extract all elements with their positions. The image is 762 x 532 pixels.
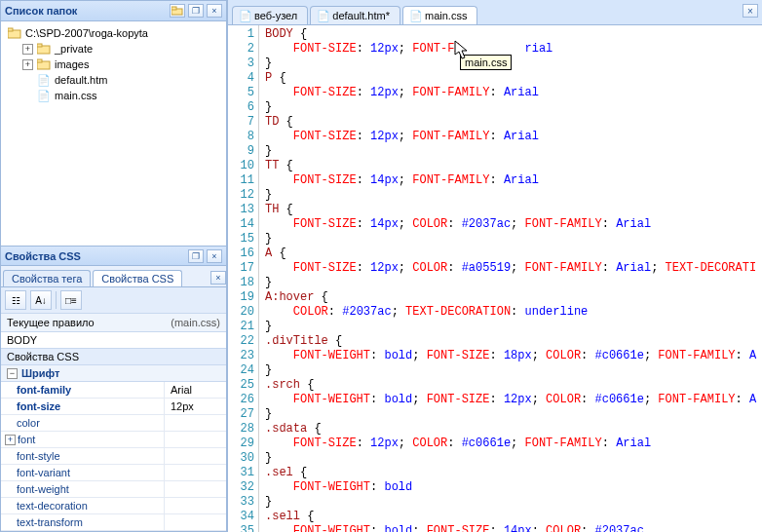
css-pane-icon[interactable]: ❐	[188, 249, 204, 263]
property-row[interactable]: font-weight	[1, 481, 226, 498]
css-properties-panel: Свойства CSS ❐ × Свойства тега Свойства …	[0, 246, 227, 532]
tb-categorized-icon[interactable]: ☷	[5, 290, 26, 310]
tree-item[interactable]: 📄main.css	[3, 88, 224, 103]
property-row[interactable]: +font	[1, 432, 226, 448]
editor-tab[interactable]: 📄веб-узел	[232, 6, 308, 24]
svg-rect-5	[37, 44, 42, 47]
css-section-row: Свойства CSS	[1, 349, 226, 365]
file-icon: 📄	[409, 10, 421, 21]
folder-new-icon[interactable]	[170, 4, 185, 18]
file-icon: 📄	[317, 10, 328, 21]
tb-sort-icon[interactable]: A↓	[30, 290, 52, 310]
css-file-icon: 📄	[36, 89, 52, 102]
property-row[interactable]: font-size12px	[1, 399, 226, 415]
property-row[interactable]: font-variant	[1, 465, 226, 481]
file-icon: 📄	[239, 10, 250, 21]
css-tab-strip: Свойства тега Свойства CSS ×	[1, 266, 226, 287]
line-gutter: 1234567891011121314151617181920212223242…	[228, 25, 259, 532]
svg-rect-7	[37, 59, 42, 62]
folder-open-icon	[7, 26, 22, 40]
editor-tab-strip: 📄веб-узел📄default.htm*📄main.css ×	[228, 0, 762, 25]
selector-row[interactable]: BODY	[1, 332, 226, 349]
editor-tab[interactable]: 📄default.htm*	[310, 6, 400, 24]
property-row[interactable]: color	[1, 415, 226, 432]
folder-list-title: Список папок	[5, 5, 170, 17]
svg-rect-3	[8, 28, 13, 31]
editor-tab-close-icon[interactable]: ×	[743, 4, 758, 18]
tree-item[interactable]: +_private	[3, 41, 224, 57]
code-content[interactable]: BODY { FONT-SIZE: 12px; FONT-FA rial}P {…	[259, 25, 762, 532]
current-rule-row: Текущее правило (main.css)	[1, 314, 226, 332]
property-row[interactable]: font-style	[1, 448, 226, 465]
htm-file-icon: 📄	[36, 73, 52, 87]
svg-rect-1	[171, 7, 176, 10]
property-table: font-familyArialfont-size12pxcolor+fontf…	[1, 382, 226, 531]
plus-icon[interactable]: +	[22, 59, 33, 70]
folder-icon	[36, 42, 52, 56]
tree-item[interactable]: 📄default.htm	[3, 72, 224, 88]
tab-tooltip: main.css	[460, 55, 512, 70]
folder-pane-icon[interactable]: ❐	[188, 4, 204, 18]
tb-show-icon[interactable]: □≡	[60, 290, 82, 310]
tree-item[interactable]: +images	[3, 57, 224, 72]
css-close-icon[interactable]: ×	[207, 249, 222, 263]
code-editor[interactable]: 1234567891011121314151617181920212223242…	[228, 25, 762, 532]
category-font-row[interactable]: − Шрифт	[1, 365, 226, 382]
folder-icon	[36, 57, 52, 71]
folder-tree[interactable]: C:\SPD-2007\roga-kopyta +_private+images…	[0, 21, 227, 246]
property-row[interactable]: text-transform	[1, 514, 226, 531]
css-tabs-close-icon[interactable]: ×	[210, 271, 226, 285]
css-toolbar: ☷ A↓ □≡	[1, 287, 226, 314]
property-row[interactable]: text-decoration	[1, 498, 226, 514]
plus-icon[interactable]: +	[5, 435, 16, 445]
tab-tag-props[interactable]: Свойства тега	[3, 270, 91, 286]
css-panel-title: Свойства CSS	[5, 250, 188, 262]
tree-root[interactable]: C:\SPD-2007\roga-kopyta	[3, 25, 224, 41]
folder-close-icon[interactable]: ×	[207, 4, 222, 18]
tab-css-props[interactable]: Свойства CSS	[93, 270, 182, 286]
folder-list-header: Список папок ❐ ×	[0, 0, 227, 21]
editor-tab[interactable]: 📄main.css	[402, 6, 477, 24]
minus-icon[interactable]: −	[7, 368, 18, 379]
property-row[interactable]: font-familyArial	[1, 382, 226, 399]
plus-icon[interactable]: +	[22, 44, 33, 55]
